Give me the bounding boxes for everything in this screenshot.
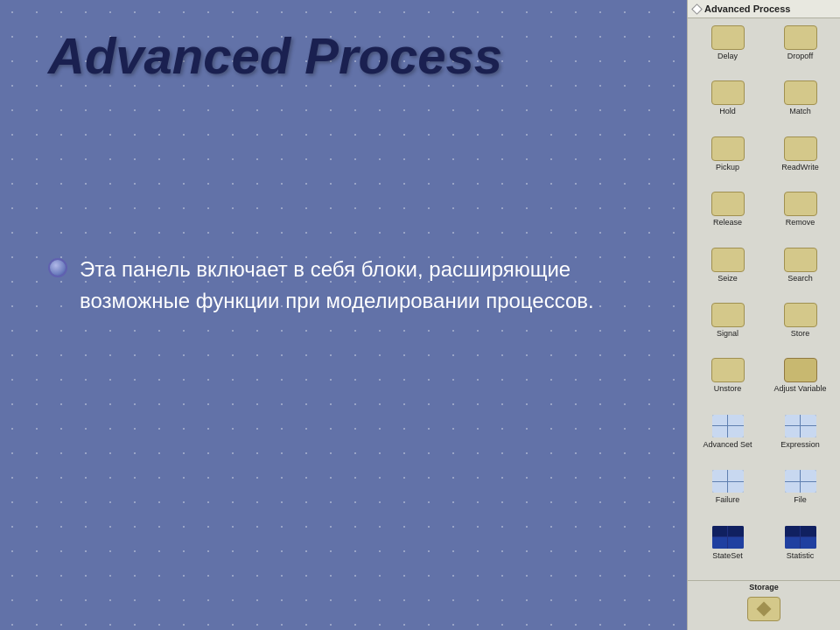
block-file[interactable]: File [764,466,836,521]
store-icon [784,303,817,327]
expression-grid [785,415,816,438]
statistic-grid [785,526,816,549]
block-unstore[interactable]: Unstore [691,354,764,410]
advanced-set-grid [712,415,744,438]
grid-cell [712,526,728,537]
grid-cell [801,526,816,537]
grid-cell [728,415,744,426]
block-readwrite[interactable]: ReadWrite [764,133,836,188]
store-label: Store [791,329,810,339]
search-label: Search [788,274,813,284]
grid-cell [801,482,816,494]
storage-diamond [757,602,772,617]
block-search[interactable]: Search [764,244,836,299]
block-match[interactable]: Match [764,77,836,132]
remove-label: Remove [786,218,816,228]
grid-cell [712,426,728,438]
readwrite-label: ReadWrite [781,163,818,172]
block-storage[interactable] [738,593,790,626]
block-adjust-variable[interactable]: Adjust Variable [764,354,836,410]
block-expression[interactable]: Expression [764,410,836,466]
signal-label: Signal [717,329,738,339]
dropoff-icon [784,25,817,50]
page-title: Advanced Process [48,26,502,85]
panel-header-title: Advanced Process [704,4,790,14]
content-area: Эта панель включает в себя блоки, расшир… [48,254,617,317]
block-store[interactable]: Store [764,299,836,354]
grid-cell [801,537,816,549]
block-seize[interactable]: Seize [691,244,764,299]
grid-cell [728,526,744,537]
grid-cell [712,415,728,426]
grid-cell [712,482,728,494]
bullet-icon [48,258,67,277]
signal-icon [711,303,745,327]
failure-grid [712,470,744,493]
grid-cell [728,482,744,494]
hold-icon [711,80,745,105]
hold-label: Hold [719,107,736,116]
search-icon [784,248,817,272]
block-dropoff[interactable]: Dropoff [764,22,836,77]
stateset-icon [711,525,745,550]
block-advanced-set[interactable]: Advanced Set [691,410,764,466]
unstore-icon [711,358,745,382]
grid-cell [728,426,744,438]
block-signal[interactable]: Signal [691,299,764,354]
panel-grid: Delay Dropoff Hold Match Pickup ReadWrit… [688,18,840,580]
seize-icon [711,248,745,272]
block-statistic[interactable]: Statistic [764,522,836,577]
storage-section: Storage [688,580,840,630]
release-label: Release [713,218,742,228]
grid-cell [785,415,801,426]
panel-header: Advanced Process [688,0,840,18]
file-icon [784,469,817,494]
seize-label: Seize [718,274,738,284]
expression-icon [784,414,817,438]
block-delay[interactable]: Delay [691,22,764,77]
failure-label: Failure [716,495,740,505]
storage-icon [747,597,780,621]
grid-cell [712,537,728,549]
match-label: Match [789,107,811,116]
grid-cell [801,470,816,481]
right-panel: Advanced Process Delay Dropoff Hold Matc… [687,0,840,630]
block-pickup[interactable]: Pickup [691,133,764,188]
delay-icon [711,25,745,50]
grid-cell [785,537,801,549]
block-failure[interactable]: Failure [691,466,764,521]
panel-header-icon [691,4,703,15]
adjust-variable-icon [784,358,817,382]
grid-cell [801,426,816,438]
unstore-label: Unstore [714,384,742,394]
delay-label: Delay [718,52,738,61]
statistic-label: Statistic [787,551,815,561]
grid-cell [712,470,728,481]
failure-icon [711,469,745,494]
grid-cell [728,537,744,549]
grid-cell [785,426,801,438]
pickup-icon [711,136,745,161]
grid-cell [785,482,801,494]
readwrite-icon [784,136,817,161]
remove-icon [784,192,817,216]
block-release[interactable]: Release [691,188,764,243]
block-stateset[interactable]: StateSet [691,522,764,577]
match-icon [784,80,817,105]
block-remove[interactable]: Remove [764,188,836,243]
bullet-text: Эта панель включает в себя блоки, расшир… [80,254,617,317]
dropoff-label: Dropoff [788,52,813,61]
stateset-label: StateSet [712,551,743,561]
bullet-item: Эта панель включает в себя блоки, расшир… [48,254,617,317]
pickup-label: Pickup [716,163,739,172]
block-hold[interactable]: Hold [691,77,764,132]
grid-cell [785,526,801,537]
stateset-grid [712,526,744,549]
expression-label: Expression [780,440,820,450]
advanced-set-icon [711,414,745,438]
statistic-icon [784,525,817,550]
storage-label: Storage [691,583,836,592]
grid-cell [801,415,816,426]
advanced-set-label: Advanced Set [703,440,752,450]
release-icon [711,192,745,216]
